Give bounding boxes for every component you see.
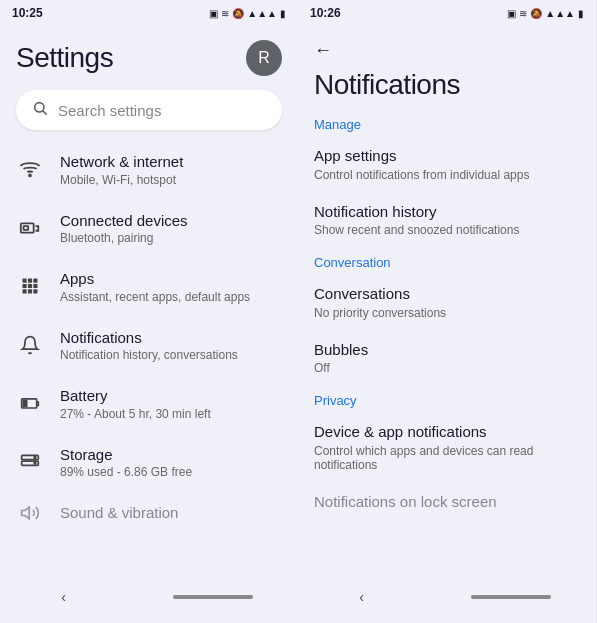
signal-bars-icon-r: ▲▲▲ bbox=[545, 8, 575, 19]
battery-settings-icon bbox=[16, 393, 44, 413]
status-bar-left: 10:25 ▣ ≋ 🔕 ▲▲▲ ▮ bbox=[0, 0, 298, 24]
svg-rect-12 bbox=[28, 290, 32, 294]
bell-icon bbox=[16, 335, 44, 355]
notif-list: Manage App settings Control notification… bbox=[298, 109, 596, 575]
wifi-icon bbox=[16, 158, 44, 180]
storage-subtitle: 89% used - 6.86 GB free bbox=[60, 465, 282, 479]
svg-rect-7 bbox=[33, 279, 37, 283]
settings-item-notifications[interactable]: Notifications Notification history, conv… bbox=[0, 316, 298, 375]
notif-item-history[interactable]: Notification history Show recent and sno… bbox=[298, 192, 596, 248]
apps-title: Apps bbox=[60, 269, 282, 289]
battery-icon-r: ▮ bbox=[578, 8, 584, 19]
mute-icon: 🔕 bbox=[232, 8, 244, 19]
sound-text: Sound & vibration bbox=[60, 503, 282, 523]
right-screen: 10:26 ▣ ≋ 🔕 ▲▲▲ ▮ ← Notifications Manage… bbox=[298, 0, 596, 623]
section-manage-label: Manage bbox=[298, 109, 596, 136]
status-icons-right: ▣ ≋ 🔕 ▲▲▲ ▮ bbox=[507, 8, 584, 19]
devices-title: Connected devices bbox=[60, 211, 282, 231]
back-button-left[interactable]: ‹ bbox=[45, 585, 82, 609]
nav-bar-right: ‹ bbox=[298, 575, 596, 623]
battery-subtitle: 27% - About 5 hr, 30 min left bbox=[60, 407, 282, 421]
notifications-title: Notifications bbox=[60, 328, 282, 348]
time-right: 10:26 bbox=[310, 6, 341, 20]
notif-item-device-app[interactable]: Device & app notifications Control which… bbox=[298, 412, 596, 482]
storage-title: Storage bbox=[60, 445, 282, 465]
svg-rect-4 bbox=[24, 226, 29, 230]
home-indicator-right[interactable] bbox=[471, 595, 551, 599]
home-indicator-left[interactable] bbox=[173, 595, 253, 599]
svg-line-1 bbox=[43, 111, 47, 115]
devices-icon bbox=[16, 217, 44, 239]
app-settings-title: App settings bbox=[314, 146, 580, 166]
mute-icon-r: 🔕 bbox=[530, 8, 542, 19]
settings-title: Settings bbox=[16, 42, 113, 74]
settings-content: Settings R Search settings bbox=[0, 24, 298, 575]
wifi-status-icon: ≋ bbox=[221, 8, 229, 19]
notifications-content: ← Notifications Manage App settings Cont… bbox=[298, 24, 596, 575]
search-bar[interactable]: Search settings bbox=[16, 90, 282, 130]
left-screen: 10:25 ▣ ≋ 🔕 ▲▲▲ ▮ Settings R Search sett… bbox=[0, 0, 298, 623]
time-left: 10:25 bbox=[12, 6, 43, 20]
notifications-text: Notifications Notification history, conv… bbox=[60, 328, 282, 363]
sound-icon bbox=[16, 503, 44, 523]
settings-item-network[interactable]: Network & internet Mobile, Wi-Fi, hotspo… bbox=[0, 140, 298, 199]
sound-title: Sound & vibration bbox=[60, 503, 282, 523]
section-conversation-label: Conversation bbox=[298, 247, 596, 274]
device-app-subtitle: Control which apps and devices can read … bbox=[314, 444, 580, 472]
storage-text: Storage 89% used - 6.86 GB free bbox=[60, 445, 282, 480]
settings-item-sound[interactable]: Sound & vibration bbox=[0, 491, 298, 535]
storage-icon bbox=[16, 452, 44, 472]
svg-rect-8 bbox=[23, 284, 27, 288]
svg-point-19 bbox=[34, 462, 36, 464]
network-subtitle: Mobile, Wi-Fi, hotspot bbox=[60, 173, 282, 187]
settings-item-storage[interactable]: Storage 89% used - 6.86 GB free bbox=[0, 433, 298, 492]
notif-item-conversations[interactable]: Conversations No priority conversations bbox=[298, 274, 596, 330]
settings-item-devices[interactable]: Connected devices Bluetooth, pairing bbox=[0, 199, 298, 258]
notif-item-bubbles[interactable]: Bubbles Off bbox=[298, 330, 596, 386]
svg-rect-9 bbox=[28, 284, 32, 288]
notif-header: ← bbox=[298, 32, 596, 65]
notifications-subtitle: Notification history, conversations bbox=[60, 348, 282, 362]
device-app-title: Device & app notifications bbox=[314, 422, 580, 442]
apps-subtitle: Assistant, recent apps, default apps bbox=[60, 290, 282, 304]
svg-rect-5 bbox=[23, 279, 27, 283]
svg-rect-10 bbox=[33, 284, 37, 288]
conversations-title: Conversations bbox=[314, 284, 580, 304]
signal-icon: ▣ bbox=[209, 8, 218, 19]
search-icon bbox=[32, 100, 48, 120]
svg-point-0 bbox=[35, 103, 44, 112]
signal-bars-icon: ▲▲▲ bbox=[247, 8, 277, 19]
devices-text: Connected devices Bluetooth, pairing bbox=[60, 211, 282, 246]
status-bar-right: 10:26 ▣ ≋ 🔕 ▲▲▲ ▮ bbox=[298, 0, 596, 24]
settings-list: Network & internet Mobile, Wi-Fi, hotspo… bbox=[0, 140, 298, 575]
search-placeholder: Search settings bbox=[58, 102, 161, 119]
avatar[interactable]: R bbox=[246, 40, 282, 76]
notif-history-title: Notification history bbox=[314, 202, 580, 222]
notif-item-app-settings[interactable]: App settings Control notifications from … bbox=[298, 136, 596, 192]
apps-text: Apps Assistant, recent apps, default app… bbox=[60, 269, 282, 304]
conversations-subtitle: No priority conversations bbox=[314, 306, 580, 320]
settings-item-apps[interactable]: Apps Assistant, recent apps, default app… bbox=[0, 257, 298, 316]
battery-text: Battery 27% - About 5 hr, 30 min left bbox=[60, 386, 282, 421]
notif-history-subtitle: Show recent and snoozed notifications bbox=[314, 223, 580, 237]
svg-point-18 bbox=[34, 456, 36, 458]
network-title: Network & internet bbox=[60, 152, 282, 172]
apps-icon bbox=[16, 276, 44, 296]
notifications-page-title: Notifications bbox=[298, 65, 596, 109]
bubbles-subtitle: Off bbox=[314, 361, 580, 375]
battery-title: Battery bbox=[60, 386, 282, 406]
settings-item-battery[interactable]: Battery 27% - About 5 hr, 30 min left bbox=[0, 374, 298, 433]
svg-rect-13 bbox=[33, 290, 37, 294]
svg-point-2 bbox=[29, 175, 31, 177]
app-settings-subtitle: Control notifications from individual ap… bbox=[314, 168, 580, 182]
devices-subtitle: Bluetooth, pairing bbox=[60, 231, 282, 245]
notif-item-lock-screen[interactable]: Notifications on lock screen bbox=[298, 482, 596, 522]
bubbles-title: Bubbles bbox=[314, 340, 580, 360]
svg-rect-6 bbox=[28, 279, 32, 283]
back-button-right[interactable]: ‹ bbox=[343, 585, 380, 609]
signal-icon-r: ▣ bbox=[507, 8, 516, 19]
back-arrow-button[interactable]: ← bbox=[314, 40, 332, 61]
nav-bar-left: ‹ bbox=[0, 575, 298, 623]
network-text: Network & internet Mobile, Wi-Fi, hotspo… bbox=[60, 152, 282, 187]
battery-icon: ▮ bbox=[280, 8, 286, 19]
